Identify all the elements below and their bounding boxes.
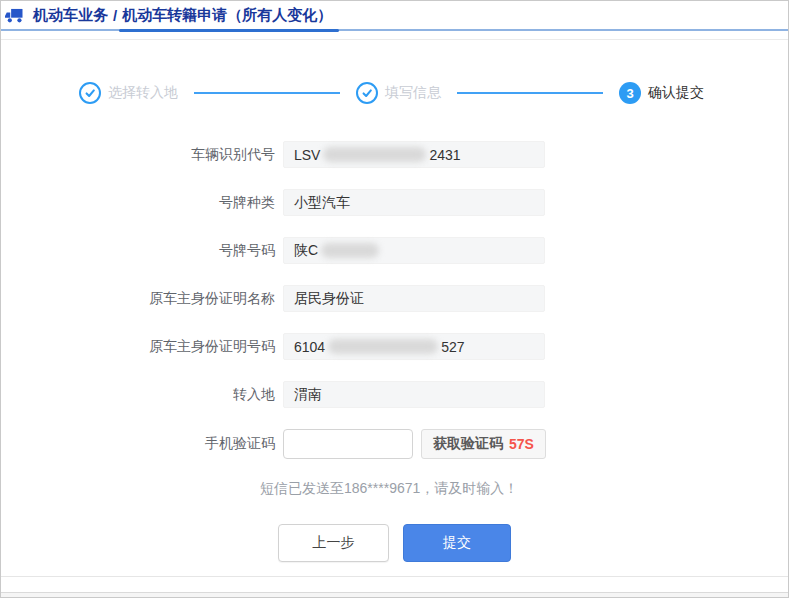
sms-sent-notice: 短信已发送至186****9671，请及时输入！ [260, 480, 788, 498]
header: 机动车业务 / 机动车转籍申请（所有人变化） [1, 1, 788, 31]
header-divider [1, 39, 788, 40]
redaction-blur [321, 243, 379, 258]
field-label: 车辆识别代号 [1, 146, 283, 164]
field-label: 转入地 [1, 386, 283, 404]
id-type-text: 居民身份证 [294, 290, 364, 308]
action-buttons: 上一步 提交 [1, 524, 788, 562]
progress-stepper: 选择转入地 填写信息 3 确认提交 [79, 82, 704, 104]
main-content: 选择转入地 填写信息 3 确认提交 车辆识别代号 LSV [1, 82, 788, 577]
field-label: 原车主身份证明号码 [1, 338, 283, 356]
form-row-plate-number: 号牌号码 陕C [1, 237, 788, 264]
get-code-label: 获取验证码 [433, 435, 503, 453]
sms-code-input[interactable] [283, 429, 413, 459]
form-row-vin: 车辆识别代号 LSV 2431 [1, 141, 788, 168]
stepper-connector [194, 92, 340, 94]
destination-value: 渭南 [283, 381, 545, 408]
destination-text: 渭南 [294, 386, 322, 404]
breadcrumb-page[interactable]: 机动车转籍申请（所有人变化） [122, 6, 332, 25]
step-2-label: 填写信息 [385, 84, 441, 102]
step-2-fill-info: 填写信息 [356, 82, 441, 104]
vin-value: LSV 2431 [283, 141, 545, 168]
confirmation-form: 车辆识别代号 LSV 2431 号牌种类 小型汽车 号牌号码 陕C [1, 141, 788, 498]
redaction-blur [328, 339, 438, 354]
plate-type-text: 小型汽车 [294, 194, 350, 212]
step-3-number-badge: 3 [619, 82, 641, 104]
truck-icon [5, 8, 26, 23]
form-row-sms-code: 手机验证码 获取验证码 57S [1, 429, 788, 459]
field-label: 号牌号码 [1, 242, 283, 260]
stepper-connector [457, 92, 603, 94]
submit-button[interactable]: 提交 [403, 524, 511, 562]
id-number-suffix: 527 [441, 339, 464, 355]
vin-suffix: 2431 [429, 147, 460, 163]
redaction-blur [323, 147, 426, 162]
id-number-prefix: 6104 [294, 339, 325, 355]
id-number-value: 6104 527 [283, 333, 545, 360]
check-circle-icon [79, 82, 101, 104]
field-label: 原车主身份证明名称 [1, 290, 283, 308]
step-3-label: 确认提交 [648, 84, 704, 102]
field-label: 手机验证码 [1, 435, 283, 453]
step-1-choose-destination: 选择转入地 [79, 82, 178, 104]
previous-step-button[interactable]: 上一步 [278, 524, 389, 562]
breadcrumb-separator: / [113, 7, 117, 24]
get-code-button[interactable]: 获取验证码 57S [421, 429, 546, 459]
form-row-destination: 转入地 渭南 [1, 381, 788, 408]
check-circle-icon [356, 82, 378, 104]
page: 机动车业务 / 机动车转籍申请（所有人变化） 选择转入地 填写信息 3 [0, 0, 789, 598]
plate-number-prefix: 陕C [294, 242, 318, 260]
vin-prefix: LSV [294, 147, 320, 163]
id-type-value: 居民身份证 [283, 285, 545, 312]
field-label: 号牌种类 [1, 194, 283, 212]
plate-type-value: 小型汽车 [283, 189, 545, 216]
countdown-timer: 57S [509, 436, 534, 452]
step-1-label: 选择转入地 [108, 84, 178, 102]
bottom-strip [1, 592, 788, 597]
form-row-id-number: 原车主身份证明号码 6104 527 [1, 333, 788, 360]
step-3-confirm-submit: 3 确认提交 [619, 82, 704, 104]
form-row-plate-type: 号牌种类 小型汽车 [1, 189, 788, 216]
breadcrumb-section[interactable]: 机动车业务 [33, 6, 108, 25]
plate-number-value: 陕C [283, 237, 545, 264]
form-row-id-type: 原车主身份证明名称 居民身份证 [1, 285, 788, 312]
